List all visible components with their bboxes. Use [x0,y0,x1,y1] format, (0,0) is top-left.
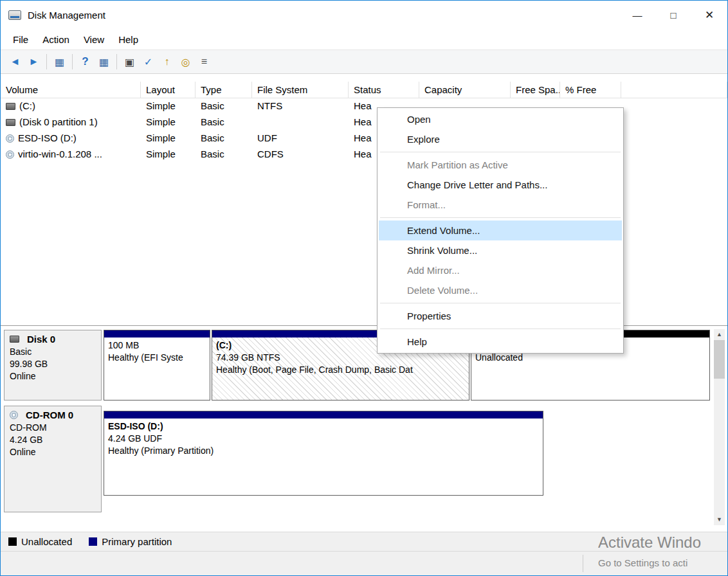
partition-esd-iso[interactable]: ESD-ISO (D:) 4.24 GB UDF Healthy (Primar… [104,411,543,496]
app-icon [8,10,21,20]
disk-name: CD-ROM 0 [26,410,73,420]
partition-status: Healthy (Boot, Page File, Crash Dump, Ba… [216,364,465,376]
column-header-filler [621,82,727,98]
disk-name: Disk 0 [27,334,55,345]
column-header-layout[interactable]: Layout [141,82,196,98]
titlebar[interactable]: Disk Management — □ ✕ [1,1,727,29]
disk-icon [6,103,15,110]
column-header-capacity[interactable]: Capacity [419,82,511,98]
menu-item-properties[interactable]: Properties [379,306,622,326]
back-icon[interactable]: ◄ [6,53,24,71]
maximize-button[interactable]: □ [655,1,691,29]
file-system-cell: CDFS [252,147,349,163]
file-system-cell: NTFS [252,98,349,114]
unallocated-color-swatch [8,537,17,546]
volume-cell: virtio-win-0.1.208 ... [1,147,141,163]
disk-size: 4.24 GB [10,434,96,446]
menu-item-format: Format... [379,195,622,215]
menu-separator [380,303,621,303]
menu-separator [380,328,621,329]
menu-item-help[interactable]: Help [379,332,622,352]
volume-cell: (C:) [1,98,141,114]
column-header-type[interactable]: Type [196,82,252,98]
disk-icon [10,336,19,343]
layout-cell: Simple [141,147,196,163]
task-list-icon[interactable]: ≡ [195,53,214,71]
disk-size: 99.98 GB [10,358,96,370]
up-level-icon[interactable]: ↑ [158,53,176,71]
disk-status: Online [10,446,96,458]
status-bar [1,551,727,575]
cdrom-icon [10,411,18,419]
cdrom-icon [6,134,14,143]
disk-icon [6,119,15,126]
column-header-percent-free[interactable]: % Free [560,82,621,98]
status-bar-divider [583,555,583,572]
menu-item-explore[interactable]: Explore [379,129,622,149]
menu-action[interactable]: Action [35,31,77,48]
volume-table-header: Volume Layout Type File System Status Ca… [1,82,727,98]
column-header-volume[interactable]: Volume [1,82,141,98]
disk-management-window: Disk Management — □ ✕ File Action View H… [0,0,728,576]
menu-separator [380,217,621,218]
menu-item-open[interactable]: Open [379,109,622,129]
layout-cell: Simple [141,98,196,114]
menu-view[interactable]: View [77,31,111,48]
type-cell: Basic [196,114,252,130]
menu-help[interactable]: Help [111,31,145,48]
type-cell: Basic [196,98,252,114]
window-title: Disk Management [28,10,105,21]
menu-item-extend-volume[interactable]: Extend Volume... [379,221,622,240]
column-header-status[interactable]: Status [349,82,419,98]
partition-status: Healthy (EFI Syste [108,352,206,364]
menu-item-delete-volume: Delete Volume... [379,280,622,300]
menu-item-change-drive-letter[interactable]: Change Drive Letter and Paths... [379,175,622,195]
toolbar-separator [46,54,47,69]
help-icon[interactable]: ? [76,53,95,71]
partition-efi[interactable]: 100 MB Healthy (EFI Syste [104,330,210,401]
menu-file[interactable]: File [6,31,35,48]
check-icon[interactable]: ✓ [139,53,158,71]
disk0-header-panel[interactable]: Disk 0 Basic 99.98 GB Online [4,330,102,401]
menu-item-mark-partition-active: Mark Partition as Active [379,155,622,175]
scrollbar-thumb[interactable] [714,340,725,379]
layout-cell: Simple [141,114,196,130]
type-cell: Basic [196,147,252,163]
volume-cell: ESD-ISO (D:) [1,130,141,147]
scroll-up-icon[interactable]: ▲ [714,329,725,340]
column-header-file-system[interactable]: File System [252,82,349,98]
disk-type: Basic [10,346,96,358]
window-controls: — □ ✕ [619,1,727,29]
menubar: File Action View Help [1,29,727,50]
type-cell: Basic [196,130,252,147]
vertical-scrollbar[interactable]: ▲ ▼ [714,329,725,525]
toolbar-separator [116,54,117,69]
partition-color-bar [104,411,543,419]
context-menu: Open Explore Mark Partition as Active Ch… [377,107,624,354]
disk-graphic-pane: Disk 0 Basic 99.98 GB Online 100 MB Heal… [1,325,727,532]
volume-cell: (Disk 0 partition 1) [1,114,141,130]
legend-unallocated: Unallocated [8,536,72,547]
primary-partition-color-swatch [89,537,97,546]
scroll-down-icon[interactable]: ▼ [714,514,725,525]
find-folder-icon[interactable]: ◎ [176,53,195,71]
layout-cell: Simple [141,130,196,147]
cdrom0-header-panel[interactable]: CD-ROM 0 CD-ROM 4.24 GB Online [4,406,102,512]
legend-primary-partition: Primary partition [89,536,172,547]
partition-size: 4.24 GB UDF [108,433,539,445]
toolbar: ◄ ► ▦ ? ▦ ▣ ✓ ↑ ◎ ≡ [1,50,727,74]
forward-icon[interactable]: ► [24,53,43,71]
computer-icon[interactable]: ▣ [120,53,139,71]
menu-item-shrink-volume[interactable]: Shrink Volume... [379,240,622,260]
partition-size: 100 MB [108,339,206,352]
partition-label: ESD-ISO (D:) [108,420,539,433]
column-header-free-space[interactable]: Free Spa... [511,82,560,98]
close-button[interactable]: ✕ [691,1,727,29]
partition-color-bar [104,330,210,338]
show-action-pane-icon[interactable]: ▦ [95,53,113,71]
minimize-button[interactable]: — [619,1,655,29]
file-system-cell [252,114,349,130]
show-console-tree-icon[interactable]: ▦ [50,53,69,71]
disk-type: CD-ROM [10,422,96,434]
legend-bar: Unallocated Primary partition [1,532,727,551]
